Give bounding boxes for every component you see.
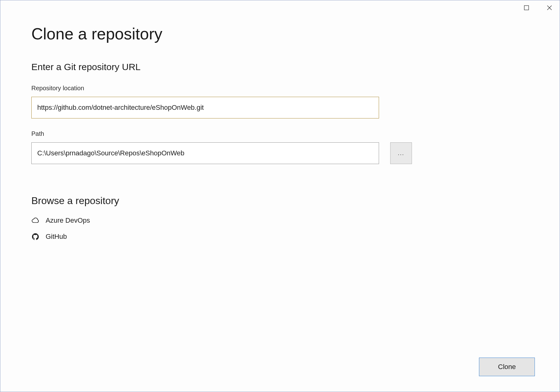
maximize-button[interactable] [519, 2, 534, 13]
path-row: ... [31, 142, 529, 164]
path-field: Path ... [31, 130, 529, 164]
browse-repository-section: Browse a repository Azure DevOps GitHub [31, 195, 529, 246]
titlebar [0, 0, 560, 15]
close-button[interactable] [542, 2, 557, 13]
dialog-content: Clone a repository Enter a Git repositor… [0, 15, 560, 392]
browse-section-title: Browse a repository [31, 195, 529, 207]
browse-path-button[interactable]: ... [390, 142, 412, 164]
github-icon [31, 233, 39, 241]
maximize-icon [524, 5, 529, 10]
close-icon [547, 5, 552, 10]
cloud-icon [31, 216, 39, 225]
enter-url-section-title: Enter a Git repository URL [31, 62, 529, 72]
clone-repository-dialog: Clone a repository Enter a Git repositor… [0, 0, 560, 392]
dialog-footer: Clone [479, 358, 535, 376]
repo-location-field: Repository location [31, 85, 529, 118]
browse-item-azure-devops[interactable]: Azure DevOps [31, 214, 529, 227]
browse-item-label: GitHub [46, 233, 67, 241]
svg-rect-0 [524, 6, 529, 10]
browse-item-github[interactable]: GitHub [31, 230, 529, 243]
page-title: Clone a repository [31, 24, 529, 43]
repo-location-label: Repository location [31, 85, 529, 92]
path-label: Path [31, 130, 529, 137]
repo-location-input[interactable] [31, 97, 379, 118]
path-input[interactable] [31, 142, 379, 164]
clone-button[interactable]: Clone [479, 358, 535, 376]
browse-item-label: Azure DevOps [46, 216, 90, 225]
